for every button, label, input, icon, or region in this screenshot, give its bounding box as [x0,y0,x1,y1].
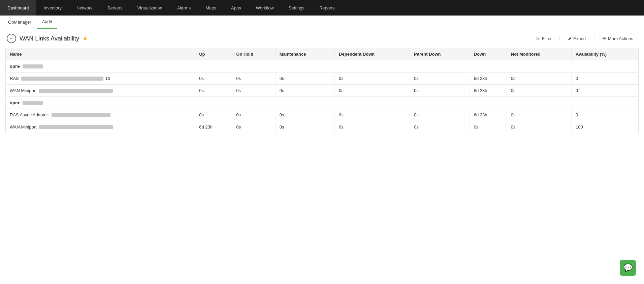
table-container: Name Up On Hold Maintenance Dependent Do… [0,48,644,133]
group-name-text: opm- [10,100,21,105]
filter-icon: ⛭ [536,36,540,41]
group-name-cell: opm- [6,60,639,73]
nav-network[interactable]: Network [69,0,100,16]
row-up: 0s [195,73,232,85]
col-parent-down: Parent Down [410,48,470,60]
subnav-audit[interactable]: Audit [37,16,58,29]
row-up: 0s [195,85,232,97]
row-down: 6d 23h [470,73,507,85]
col-onhold: On Hold [232,48,275,60]
row-redacted-bar [21,77,103,81]
row-dependent-down: 0s [335,121,410,133]
favorite-star-icon[interactable]: ★ [83,35,88,42]
nav-reports[interactable]: Reports [312,0,342,16]
row-not-monitored: 0s [507,73,571,85]
row-dependent-down: 0s [335,73,410,85]
row-maintenance: 0s [275,109,334,121]
more-actions-icon: ☰ [602,36,606,41]
row-availability: 100 [572,121,639,133]
nav-dashboard[interactable]: Dashboard [0,0,36,16]
nav-settings[interactable]: Settings [281,0,312,16]
col-maintenance: Maintenance [275,48,334,60]
row-maintenance: 0s [275,85,334,97]
separator-2: | [592,35,596,41]
col-not-monitored: Not Monitored [507,48,571,60]
row-down: 6d 23h [470,85,507,97]
row-redacted-bar [39,125,113,129]
page-header: ← WAN Links Availability ★ ⛭ Filter | ⬈ … [0,29,644,48]
table-header-row: Name Up On Hold Maintenance Dependent Do… [6,48,639,60]
row-down: 6d 23h [470,109,507,121]
row-name-text: WAN Miniport [10,88,37,93]
row-on-hold: 0s [232,121,275,133]
row-up: 6d 23h [195,121,232,133]
nav-alarms[interactable]: Alarms [170,0,198,16]
row-maintenance: 0s [275,121,334,133]
nav-servers[interactable]: Servers [100,0,130,16]
filter-label: Filter [542,36,552,41]
row-name-text: RAS [10,76,19,81]
row-availability: 0 [572,85,639,97]
sub-nav: OpManager Audit [0,16,644,29]
page-header-left: ← WAN Links Availability ★ [7,34,88,43]
row-up: 0s [195,109,232,121]
row-not-monitored: 0s [507,109,571,121]
row-redacted-bar [52,113,110,117]
back-button[interactable]: ← [7,34,16,43]
export-button[interactable]: ⬈ Export [564,34,590,43]
nav-maps[interactable]: Maps [198,0,224,16]
wan-links-table: Name Up On Hold Maintenance Dependent Do… [5,48,639,133]
header-actions: ⛭ Filter | ⬈ Export | ☰ More Actions [532,34,637,43]
subnav-opmanager[interactable]: OpManager [3,16,37,29]
row-parent-down: 0s [410,121,470,133]
row-not-monitored: 0s [507,85,571,97]
table-row: RAS 100s0s0s0s0s6d 23h0s0 [6,73,639,85]
row-name-cell: WAN Miniport [6,121,195,133]
row-on-hold: 0s [232,73,275,85]
table-row: WAN Miniport0s0s0s0s0s6d 23h0s0 [6,85,639,97]
group-name-text: opm- [10,64,21,69]
row-redacted-bar [39,89,113,93]
row-on-hold: 0s [232,85,275,97]
row-not-monitored: 0s [507,121,571,133]
col-dependent-down: Dependent Down [335,48,410,60]
top-nav: Dashboard Inventory Network Servers Virt… [0,0,644,16]
table-row: RAS Async Adapter-0s0s0s0s0s6d 23h0s0 [6,109,639,121]
row-down: 0s [470,121,507,133]
nav-workflow[interactable]: Workflow [249,0,281,16]
col-up: Up [195,48,232,60]
row-name-cell: WAN Miniport [6,85,195,97]
group-row: opm- [6,97,639,109]
table-row: WAN Miniport6d 23h0s0s0s0s0s0s100 [6,121,639,133]
more-actions-label: More Actions [608,36,633,41]
row-maintenance: 0s [275,73,334,85]
row-parent-down: 0s [410,85,470,97]
row-parent-down: 0s [410,109,470,121]
row-availability: 0 [572,109,639,121]
group-row: opm- [6,60,639,73]
row-on-hold: 0s [232,109,275,121]
row-dependent-down: 0s [335,85,410,97]
col-availability: Availability (%) [572,48,639,60]
row-name-cell: RAS Async Adapter- [6,109,195,121]
nav-virtualization[interactable]: Virtualization [130,0,170,16]
group-name-cell: opm- [6,97,639,109]
nav-apps[interactable]: Apps [224,0,249,16]
group-redacted-bar [23,64,43,68]
nav-inventory[interactable]: Inventory [36,0,69,16]
row-name-text: WAN Miniport [10,124,37,130]
row-parent-down: 0s [410,73,470,85]
separator-1: | [558,35,562,41]
filter-button[interactable]: ⛭ Filter [532,34,556,43]
page-title: WAN Links Availability [20,35,79,42]
row-availability: 0 [572,73,639,85]
row-name-cell: RAS 10 [6,73,195,85]
row-name-text: RAS Async Adapter- [10,112,50,117]
more-actions-button[interactable]: ☰ More Actions [598,34,637,43]
group-redacted-bar [23,101,43,105]
col-down: Down [470,48,507,60]
export-label: Export [573,36,586,41]
row-name-suffix: 10 [105,76,110,81]
row-dependent-down: 0s [335,109,410,121]
export-icon: ⬈ [568,36,572,41]
